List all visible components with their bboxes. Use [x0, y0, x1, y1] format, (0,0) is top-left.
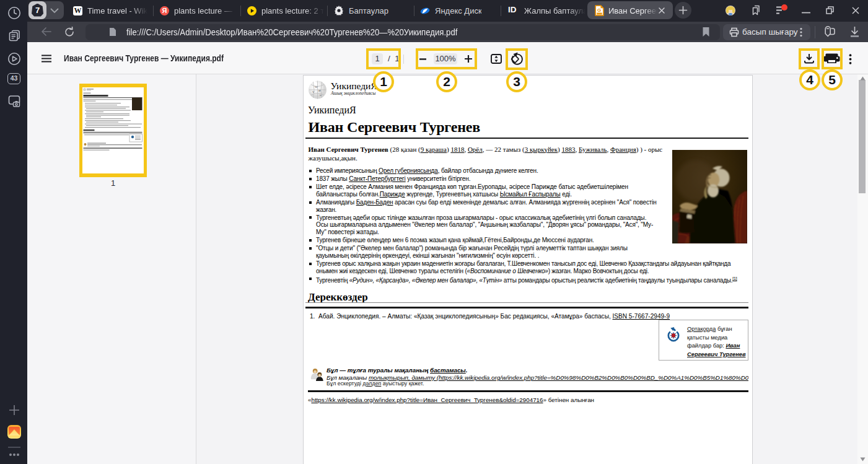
svg-text:G: G — [597, 7, 601, 13]
svg-text:И: И — [318, 89, 321, 92]
svg-text:V: V — [312, 90, 315, 94]
svg-text:W: W — [315, 85, 318, 89]
svg-text:w: w — [320, 94, 322, 97]
